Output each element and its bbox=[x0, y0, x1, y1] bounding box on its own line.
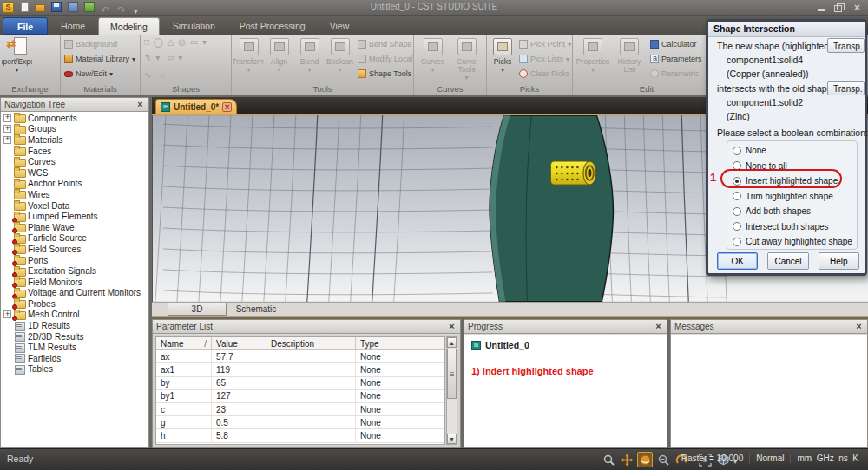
column-header-name[interactable]: Name / bbox=[156, 337, 212, 349]
ribbon-tab[interactable]: Post Processing bbox=[228, 17, 317, 35]
quick-access-dropdown-icon[interactable] bbox=[134, 2, 144, 12]
tree-item[interactable]: 2D/3D Results bbox=[1, 331, 148, 343]
tree-item[interactable]: Farfield Source bbox=[1, 233, 148, 245]
tree-item[interactable]: Curves bbox=[1, 156, 148, 167]
tree-item[interactable]: Groups bbox=[1, 124, 148, 135]
expand-icon[interactable] bbox=[3, 310, 11, 318]
tree-item[interactable]: WCS bbox=[1, 167, 148, 179]
tree-item[interactable]: Anchor Points bbox=[1, 179, 148, 190]
table-row[interactable]: h 5.8 None bbox=[156, 429, 444, 442]
tree-item[interactable]: Excitation Signals bbox=[1, 265, 148, 277]
zoom-select-icon[interactable] bbox=[601, 452, 616, 467]
progress-project-item[interactable]: Untitled_0 bbox=[471, 340, 529, 350]
restore-icon[interactable] bbox=[833, 3, 845, 13]
rotate-icon[interactable] bbox=[637, 452, 653, 467]
document-tab[interactable]: Untitled_0* bbox=[155, 99, 237, 114]
expand-icon[interactable] bbox=[3, 114, 11, 122]
tree-item[interactable]: Mesh Control bbox=[1, 310, 148, 321]
ribbon-big-button[interactable]: History List bbox=[611, 36, 648, 82]
scroll-up-icon[interactable] bbox=[447, 337, 457, 348]
tree-item[interactable]: Field Sources bbox=[1, 244, 148, 255]
boolean-option[interactable]: Intersect both shapes bbox=[733, 219, 857, 235]
redo-icon[interactable] bbox=[117, 2, 128, 12]
view-tab[interactable]: Schematic bbox=[227, 303, 286, 316]
scrollbar[interactable] bbox=[446, 336, 457, 445]
ribbon-small-button[interactable]: New/Edit bbox=[62, 66, 140, 81]
picks-button[interactable]: Picks bbox=[489, 36, 516, 74]
view-tab[interactable]: 3D bbox=[168, 303, 227, 316]
ribbon-big-button[interactable]: Properties bbox=[575, 36, 611, 82]
tree-item[interactable]: TLM Results bbox=[1, 342, 148, 353]
tree-item[interactable]: Voltage and Current Monitors bbox=[1, 288, 148, 299]
boolean-option[interactable]: Add both shapes bbox=[733, 204, 857, 219]
cst-logo-icon[interactable]: S bbox=[3, 2, 14, 13]
tree-item[interactable]: Wires bbox=[1, 189, 148, 200]
ribbon-big-button[interactable]: Curves bbox=[416, 36, 450, 82]
tree-item[interactable]: Probes bbox=[1, 298, 148, 310]
ribbon-big-button[interactable]: Curve Tools bbox=[450, 36, 483, 82]
close-window-icon[interactable] bbox=[852, 3, 863, 13]
dialog-button[interactable]: Cancel bbox=[767, 252, 808, 270]
scrollbar-thumb[interactable] bbox=[447, 349, 457, 399]
table-row[interactable]: c 23 None bbox=[156, 403, 444, 416]
scroll-down-icon[interactable] bbox=[447, 434, 457, 444]
expand-icon[interactable] bbox=[3, 125, 11, 133]
ribbon-small-button[interactable]: Pick Lists bbox=[516, 51, 572, 66]
tree-item[interactable]: 1D Results bbox=[1, 320, 148, 331]
close-icon[interactable] bbox=[854, 322, 864, 331]
import-export-button[interactable]: Import/Export bbox=[2, 36, 32, 74]
table-row[interactable]: ax1 119 None bbox=[156, 363, 444, 376]
dialog-title[interactable]: Shape Intersection bbox=[708, 22, 865, 37]
column-header-type[interactable]: Type bbox=[356, 337, 444, 349]
ribbon-tab[interactable]: Simulation bbox=[161, 17, 227, 35]
ribbon-small-button[interactable]: Pick Point bbox=[516, 36, 572, 51]
solid-copper-cylinder-highlighted[interactable] bbox=[550, 161, 595, 185]
zoom-icon[interactable] bbox=[655, 452, 671, 467]
close-icon[interactable] bbox=[135, 100, 145, 109]
curve-shape-icons[interactable] bbox=[144, 69, 168, 80]
undo-icon[interactable] bbox=[101, 2, 111, 12]
transparency-old-button[interactable]: Transp. bbox=[827, 81, 865, 95]
tree-item[interactable]: Plane Wave bbox=[1, 222, 148, 233]
copy-blocks-icon[interactable] bbox=[68, 2, 78, 12]
ribbon-big-button[interactable]: Blend bbox=[294, 36, 325, 74]
tree-item[interactable]: Farfields bbox=[1, 353, 148, 364]
extrude-icons[interactable] bbox=[144, 52, 183, 62]
tree-item[interactable]: Lumped Elements bbox=[1, 211, 148, 222]
close-icon[interactable] bbox=[447, 322, 457, 331]
tree-item[interactable]: Field Monitors bbox=[1, 277, 148, 288]
dialog-button[interactable]: OK bbox=[717, 252, 758, 270]
pan-icon[interactable] bbox=[619, 452, 635, 467]
ribbon-big-button[interactable]: Transform bbox=[233, 36, 264, 74]
tree-item[interactable]: Materials bbox=[1, 134, 148, 146]
ribbon-small-button[interactable]: Background bbox=[62, 36, 140, 51]
ribbon-small-button[interactable]: Material Library bbox=[62, 51, 140, 66]
boolean-option[interactable]: None to all bbox=[733, 159, 857, 174]
ribbon-big-button[interactable]: Boolean bbox=[325, 36, 355, 74]
ribbon-tab[interactable]: View bbox=[319, 17, 361, 35]
ribbon-big-button[interactable]: Align bbox=[264, 36, 294, 74]
ribbon-small-button[interactable]: Clear Picks bbox=[516, 66, 572, 81]
ribbon-small-button[interactable]: Modify Locally bbox=[355, 51, 412, 66]
solid-zinc-barrel[interactable] bbox=[490, 115, 613, 302]
tree-item[interactable]: Faces bbox=[1, 146, 148, 157]
ribbon-tab[interactable]: File bbox=[3, 17, 48, 35]
table-row[interactable]: g 0.5 None bbox=[156, 416, 444, 429]
tree-item[interactable]: Voxel Data bbox=[1, 200, 148, 212]
tree-item[interactable]: Components bbox=[1, 113, 148, 124]
boolean-option[interactable]: Trim highlighted shape bbox=[733, 189, 857, 205]
transparency-new-button[interactable]: Transp. bbox=[827, 38, 865, 53]
close-icon[interactable] bbox=[654, 322, 663, 331]
minimize-icon[interactable] bbox=[815, 3, 826, 13]
boolean-option[interactable]: Cut away highlighted shape bbox=[733, 234, 857, 250]
tree-item[interactable]: Tables bbox=[1, 364, 148, 375]
open-file-icon[interactable] bbox=[35, 4, 45, 12]
tree-item[interactable]: Ports bbox=[1, 255, 148, 266]
expand-icon[interactable] bbox=[3, 136, 11, 144]
ribbon-tab[interactable]: Modeling bbox=[98, 17, 160, 35]
ribbon-small-button[interactable]: Bend Shape bbox=[355, 36, 412, 51]
new-file-icon[interactable] bbox=[21, 2, 29, 12]
ribbon-tab[interactable]: Home bbox=[49, 17, 96, 35]
column-header-value[interactable]: Value bbox=[212, 337, 266, 349]
ribbon-small-button[interactable]: Shape Tools bbox=[355, 66, 412, 81]
